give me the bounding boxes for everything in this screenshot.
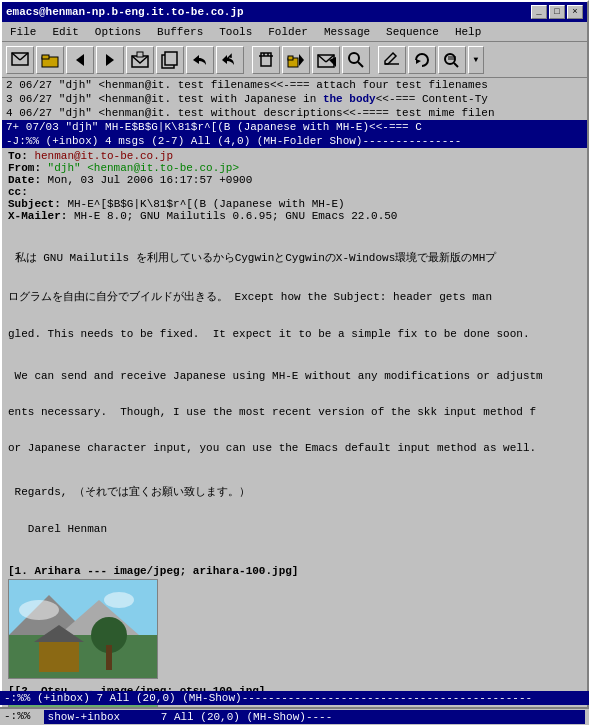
msg-from: "djh" <henman@it. xyxy=(59,79,178,91)
modeline-show: -:%% (+inbox) 7 All (20,0) (MH-Show)----… xyxy=(0,691,589,705)
window-controls: _ □ × xyxy=(531,5,583,19)
compose-button[interactable] xyxy=(6,46,34,74)
msg-subject: test with Japanese in the body<<-=== Con… xyxy=(178,93,488,105)
refile-button[interactable] xyxy=(282,46,310,74)
menu-bar: File Edit Options Buffers Tools Folder M… xyxy=(2,22,587,42)
search-button[interactable] xyxy=(342,46,370,74)
msg-num: 7+ xyxy=(6,121,19,133)
body-para2-line1: We can send and receive Japanese using M… xyxy=(8,370,581,382)
menu-buffers[interactable]: Buffers xyxy=(153,25,207,39)
main-window: emacs@henman-np.b-eng.it.to-be.co.jp _ □… xyxy=(0,0,589,725)
message-view: To: henman@it.to-be.co.jp From: "djh" <h… xyxy=(2,148,587,725)
menu-file[interactable]: File xyxy=(6,25,40,39)
minimize-button[interactable]: _ xyxy=(531,5,547,19)
svg-rect-4 xyxy=(42,55,49,59)
attach1-label: [1. Arihara --- image/jpeg; arihara-100.… xyxy=(8,565,581,577)
svg-rect-8 xyxy=(137,52,143,57)
status-extra: 7 All (20,0) (MH-Show)---- xyxy=(157,710,585,724)
menu-options[interactable]: Options xyxy=(91,25,145,39)
inbox-button[interactable] xyxy=(126,46,154,74)
menu-help[interactable]: Help xyxy=(451,25,485,39)
modeline-folder: -J:%% (+inbox) 4 msgs (2-7) All (4,0) (M… xyxy=(2,134,587,148)
message-list: 2 06/27 "djh" <henman@it. test filenames… xyxy=(2,78,587,134)
edit-button[interactable] xyxy=(378,46,406,74)
msg-from: "djh" <henman@it. xyxy=(59,107,178,119)
message-body: 私は GNU Mailutils を利用しているからCygwinとCygwinの… xyxy=(8,226,581,559)
svg-marker-6 xyxy=(106,54,114,66)
status-text: -:%% xyxy=(4,710,44,724)
attachment-1: [1. Arihara --- image/jpeg; arihara-100.… xyxy=(8,565,581,679)
msg-from: "djh" <henman@it. xyxy=(59,93,178,105)
regards-2: Darel Henman xyxy=(8,523,581,535)
modeline-folder-text: -J:%% (+inbox) 4 msgs (2-7) All (4,0) (M… xyxy=(6,135,461,147)
header-to: To: henman@it.to-be.co.jp xyxy=(8,150,581,162)
find-button[interactable] xyxy=(438,46,466,74)
svg-line-2 xyxy=(20,53,28,60)
status-bar: -:%% show-+inbox 7 All (20,0) (MH-Show)-… xyxy=(0,707,589,725)
header-from: From: "djh" <henman@it.to-be.co.jp> xyxy=(8,162,581,174)
folder-button[interactable] xyxy=(36,46,64,74)
msg-date: 06/27 xyxy=(19,107,59,119)
refresh-button[interactable] xyxy=(408,46,436,74)
header-cc: cc: xyxy=(8,186,581,198)
header-xmailer-value: MH-E 8.0; GNU Mailutils 0.6.95; GNU Emac… xyxy=(74,210,397,222)
body-line-1: 私は GNU Mailutils を利用しているからCygwinとCygwinの… xyxy=(8,250,581,265)
msg-subject: test filenames<<-=== attach four test fi… xyxy=(178,79,488,91)
menu-sequence[interactable]: Sequence xyxy=(382,25,443,39)
modeline-show-text: -:%% (+inbox) 7 All (20,0) (MH-Show)----… xyxy=(4,692,532,704)
send-button[interactable] xyxy=(312,46,340,74)
header-subject-value: MH-E^[$B$G|K\81$r^[(B (Japanese with MH-… xyxy=(67,198,344,210)
body-para2-line2: ents necessary. Though, I use the most r… xyxy=(8,406,581,418)
header-xmailer: X-Mailer: MH-E 8.0; GNU Mailutils 0.6.95… xyxy=(8,210,581,222)
maximize-button[interactable]: □ xyxy=(549,5,565,19)
menu-message[interactable]: Message xyxy=(320,25,374,39)
toolbar: ▼ xyxy=(2,42,587,78)
svg-line-19 xyxy=(318,55,326,62)
message-row-7[interactable]: 7+ 07/03 "djh" MH-E$B$G|K\81$r^[(B (Japa… xyxy=(2,120,587,134)
svg-marker-17 xyxy=(299,54,304,66)
prev-button[interactable] xyxy=(66,46,94,74)
header-subject: Subject: MH-E^[$B$G|K\81$r^[(B (Japanese… xyxy=(8,198,581,210)
svg-line-23 xyxy=(358,62,363,67)
svg-rect-11 xyxy=(261,53,271,66)
msg-subject: test without descriptions<<-==== test mi… xyxy=(178,107,495,119)
msg-date: 07/03 xyxy=(26,121,66,133)
body-line-2: ログラムを自由に自分でブイルドが出きる。 Except how the Subj… xyxy=(8,289,581,304)
menu-folder[interactable]: Folder xyxy=(264,25,312,39)
toolbar-more-button[interactable]: ▼ xyxy=(468,46,484,74)
body-para2-line3: or Japanese character input, you can use… xyxy=(8,442,581,454)
header-date: Date: Mon, 03 Jul 2006 16:17:57 +0900 xyxy=(8,174,581,186)
message-row-2[interactable]: 2 06/27 "djh" <henman@it. test filenames… xyxy=(2,78,587,92)
message-headers: To: henman@it.to-be.co.jp From: "djh" <h… xyxy=(8,150,581,222)
message-row-3[interactable]: 3 06/27 "djh" <henman@it. test with Japa… xyxy=(2,92,587,106)
message-row-4[interactable]: 4 06/27 "djh" <henman@it. test without d… xyxy=(2,106,587,120)
svg-line-1 xyxy=(12,53,20,60)
status-show-text: show-+inbox xyxy=(44,710,157,724)
title-bar: emacs@henman-np.b-eng.it.to-be.co.jp _ □… xyxy=(2,2,587,22)
body-line-3: gled. This needs to be fixed. It expect … xyxy=(8,328,581,340)
svg-marker-25 xyxy=(416,59,421,64)
msg-date: 06/27 xyxy=(19,79,59,91)
copy-button[interactable] xyxy=(156,46,184,74)
svg-rect-16 xyxy=(288,56,293,60)
next-button[interactable] xyxy=(96,46,124,74)
msg-subject: MH-E$B$G|K\81$r^[(B (Japanese with MH-E)… xyxy=(105,121,422,133)
svg-point-22 xyxy=(349,53,359,63)
msg-num: 3 xyxy=(6,93,13,105)
attach1-image xyxy=(8,579,158,679)
menu-tools[interactable]: Tools xyxy=(215,25,256,39)
reply-button[interactable] xyxy=(186,46,214,74)
header-date-value: Mon, 03 Jul 2006 16:17:57 +0900 xyxy=(48,174,253,186)
svg-line-27 xyxy=(454,63,458,67)
delete-button[interactable] xyxy=(252,46,280,74)
window-title: emacs@henman-np.b-eng.it.to-be.co.jp xyxy=(6,6,244,18)
msg-date: 06/27 xyxy=(19,93,59,105)
header-to-value: henman@it.to-be.co.jp xyxy=(34,150,173,162)
close-button[interactable]: × xyxy=(567,5,583,19)
header-from-value: "djh" <henman@it.to-be.co.jp> xyxy=(48,162,239,174)
msg-from: "djh" xyxy=(65,121,105,133)
menu-edit[interactable]: Edit xyxy=(48,25,82,39)
regards-1: Regards, （それでは宜くお願い致します。） xyxy=(8,484,581,499)
reply-all-button[interactable] xyxy=(216,46,244,74)
svg-marker-5 xyxy=(76,54,84,66)
